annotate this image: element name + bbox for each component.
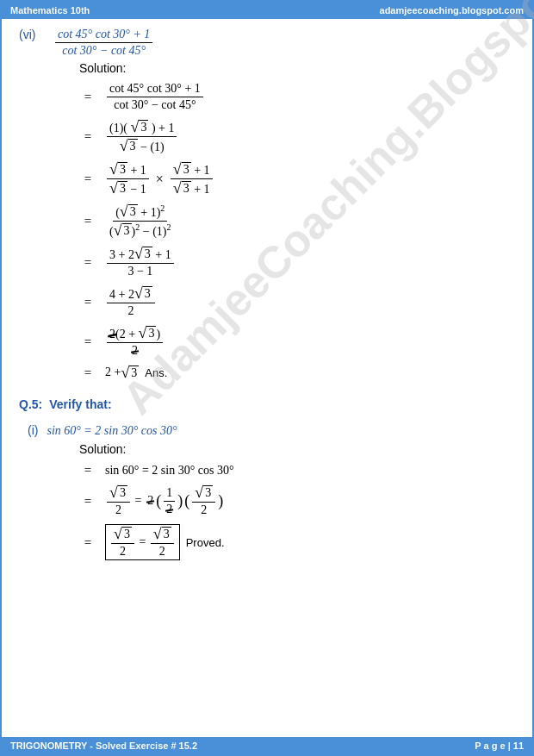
step-5: = 3 + 2√3 + 1 3 − 1 — [19, 246, 515, 278]
step-3-frac1: √3 + 1 √3 − 1 — [107, 161, 149, 197]
step-6-fraction: 4 + 2√3 2 — [107, 285, 155, 318]
equals-5: = — [71, 255, 105, 270]
ans-label: Ans. — [145, 366, 167, 379]
step-6-den: 2 — [125, 303, 136, 318]
equals-i-1: = — [71, 463, 105, 478]
solution-label-i: Solution: — [19, 442, 515, 456]
equals-7: = — [71, 334, 105, 349]
frac-sqrt3-2-num: √3 — [107, 484, 130, 503]
step-3: = √3 + 1 √3 − 1 × √3 + 1 √3 + 1 — [19, 161, 515, 197]
proved-label: Proved. — [186, 536, 225, 549]
step-i-1: = sin 60° = 2 sin 30° cos 30° — [19, 463, 515, 478]
step-8: = 2 + √3 Ans. — [19, 365, 515, 380]
step-i-3-math: √3 2 = √3 2 Proved. — [105, 524, 225, 560]
step-7: = 2(2 + √3) 2 — [19, 325, 515, 358]
step-1-fraction: cot 45° cot 30° + 1 cot 30° − cot 45° — [107, 82, 203, 112]
frac-sqrt3-2-rhs: √3 2 — [192, 484, 215, 517]
frac-1-2: 1 2 — [164, 486, 175, 516]
problem-vi-denominator: cot 30° − cot 45° — [59, 43, 148, 58]
step-4-num: (√3 + 1)2 — [113, 203, 167, 222]
page: Mathematics 10th adamjeecoaching.blogspo… — [0, 0, 534, 756]
header: Mathematics 10th adamjeecoaching.blogspo… — [2, 2, 532, 19]
equals-i-3: = — [71, 535, 105, 550]
step-i-1-math: sin 60° = 2 sin 30° cos 30° — [105, 464, 234, 478]
step-3-math: √3 + 1 √3 − 1 × √3 + 1 √3 + 1 — [105, 161, 214, 197]
q5-title: Verify that: — [49, 397, 111, 411]
crossed-2-num: 2 — [109, 328, 115, 341]
equals-6: = — [71, 295, 105, 309]
step-7-den: 2 — [129, 343, 140, 358]
step-3-num2: √3 + 1 — [171, 161, 213, 179]
step-5-den: 3 − 1 — [125, 264, 155, 278]
multiply-sign: × — [156, 172, 164, 187]
step-5-fraction: 3 + 2√3 + 1 3 − 1 — [107, 246, 174, 278]
step-1-den: cot 30° − cot 45° — [111, 97, 198, 112]
step-3-den2: √3 + 1 — [171, 179, 213, 197]
main-content: (vi) cot 45° cot 30° + 1 cot 30° − cot 4… — [2, 19, 532, 602]
step-i-2-math: √3 2 = 2 ( 1 2 ) ( √3 2 — [105, 484, 224, 517]
step-7-fraction: 2(2 + √3) 2 — [107, 325, 163, 358]
sub-i-label: (i) — [28, 423, 38, 437]
frac-proved-rhs: √3 2 — [151, 526, 174, 559]
solution-label-vi: Solution: — [19, 61, 515, 75]
step-2-num: (1)( √3 ) + 1 — [107, 119, 177, 137]
step-7-num: 2(2 + √3) — [107, 325, 163, 343]
step-4-fraction: (√3 + 1)2 (√3)2 − (1)2 — [107, 203, 173, 239]
step-2-den: √3 − (1) — [117, 137, 167, 154]
step-8-math: 2 + √3 Ans. — [105, 365, 167, 380]
footer: TRIGONOMETRY - Solved Exercise # 15.2 P … — [2, 737, 532, 754]
step-1: = cot 45° cot 30° + 1 cot 30° − cot 45° — [19, 82, 515, 112]
header-left: Mathematics 10th — [10, 5, 90, 16]
equals-2: = — [71, 129, 105, 144]
header-right: adamjeecoaching.blogspot.com — [380, 5, 524, 16]
equals-4: = — [71, 214, 105, 228]
equals-8: = — [71, 366, 105, 380]
equals-i-2: = — [71, 494, 105, 509]
q5-header: Q.5: Verify that: — [19, 392, 515, 415]
step-7-math: 2(2 + √3) 2 — [105, 325, 165, 358]
frac-sqrt3-2-den: 2 — [113, 503, 124, 517]
step-5-math: 3 + 2√3 + 1 3 − 1 — [105, 246, 176, 278]
step-3-num1: √3 + 1 — [107, 161, 149, 179]
sub-i-header: (i) sin 60° = 2 sin 30° cos 30° — [28, 420, 515, 440]
frac-proved-lhs: √3 2 — [111, 526, 134, 559]
sub-i-statement: sin 60° = 2 sin 30° cos 30° — [47, 424, 177, 438]
equals-3: = — [71, 172, 105, 186]
q5-number: Q.5: — [19, 397, 42, 411]
step-3-frac2: √3 + 1 √3 + 1 — [171, 161, 213, 197]
step-3-den1: √3 − 1 — [107, 179, 149, 197]
footer-right: P a g e | 11 — [475, 740, 524, 751]
problem-vi-numerator: cot 45° cot 30° + 1 — [55, 28, 152, 43]
step-4-den: (√3)2 − (1)2 — [107, 222, 173, 239]
step-4-math: (√3 + 1)2 (√3)2 − (1)2 — [105, 203, 175, 239]
equals-1: = — [71, 90, 105, 104]
step-5-num: 3 + 2√3 + 1 — [107, 246, 174, 264]
step-2-math: (1)( √3 ) + 1 √3 − (1) — [105, 119, 178, 154]
step-2: = (1)( √3 ) + 1 √3 − (1) — [19, 119, 515, 154]
step-6: = 4 + 2√3 2 — [19, 285, 515, 318]
step-6-num: 4 + 2√3 — [107, 285, 155, 303]
step-2-fraction: (1)( √3 ) + 1 √3 − (1) — [107, 119, 177, 154]
proved-box: √3 2 = √3 2 — [105, 524, 180, 560]
step-4: = (√3 + 1)2 (√3)2 − (1)2 — [19, 203, 515, 239]
frac-sqrt3-2-lhs: √3 2 — [107, 484, 130, 517]
footer-left: TRIGONOMETRY - Solved Exercise # 15.2 — [10, 740, 197, 751]
step-1-num: cot 45° cot 30° + 1 — [107, 82, 203, 97]
problem-vi-fraction: cot 45° cot 30° + 1 cot 30° − cot 45° — [55, 28, 152, 58]
problem-vi-label: (vi) — [19, 28, 45, 41]
step-i-2: = √3 2 = 2 ( 1 2 ) ( — [19, 484, 515, 517]
step-i-3: = √3 2 = √3 2 — [19, 524, 515, 560]
step-6-math: 4 + 2√3 2 — [105, 285, 157, 318]
step-1-math: cot 45° cot 30° + 1 cot 30° − cot 45° — [105, 82, 205, 112]
